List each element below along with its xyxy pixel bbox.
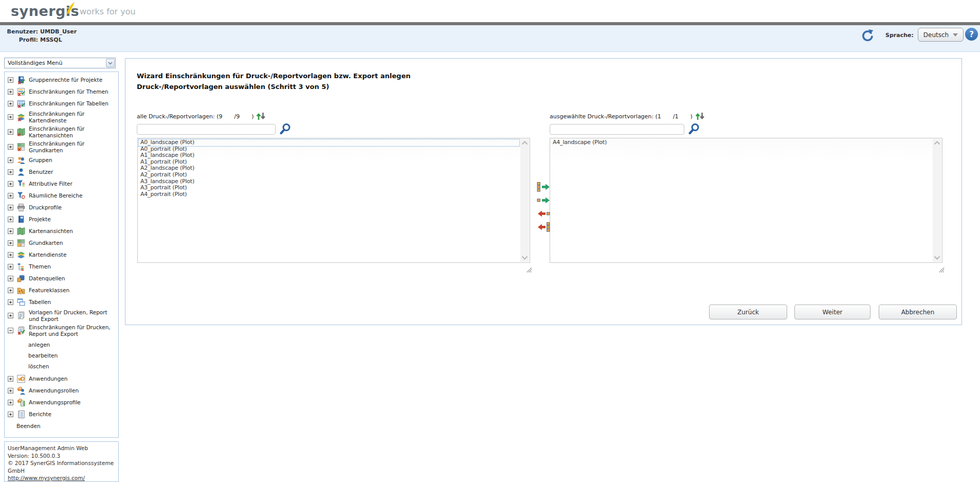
footer-link[interactable]: http://www.mysynergis.com/	[8, 475, 85, 481]
help-icon[interactable]: ?	[965, 28, 978, 41]
language-select[interactable]: Deutsch	[918, 28, 964, 42]
sidebar-item-tabellen[interactable]: +Tabellen	[8, 297, 117, 307]
profile-value: MSSQL	[40, 37, 62, 43]
sidebar-item-beenden[interactable]: Beenden	[8, 421, 117, 431]
list-item[interactable]: A1_landscape (Plot)	[139, 152, 519, 159]
sidebar-item-kartendienste[interactable]: +Kartendienste	[8, 250, 117, 260]
sidebar-subitem-anlegen[interactable]: anlegen	[28, 342, 118, 348]
sidebar-item-anwendungsprofile[interactable]: +wAnwendungsprofile	[8, 398, 117, 407]
collapse-icon[interactable]: −	[8, 328, 13, 333]
move-all-right-button[interactable]	[536, 182, 551, 192]
list-item[interactable]: A0_portrait (Plot)	[139, 146, 519, 153]
sidebar-item-einschr-nkungen-f-r-kartendienste[interactable]: +Einschränkungen für Kartendienste	[8, 111, 117, 123]
list-item[interactable]: A4_landscape (Plot)	[551, 139, 932, 146]
expand-icon[interactable]: +	[8, 217, 13, 222]
expand-icon[interactable]: +	[8, 205, 13, 210]
sidebar-item-label: Einschränkungen für Kartendienste	[29, 111, 117, 123]
app-header: synergis works for you	[0, 0, 980, 22]
sidebar-item-einschr-nkungen-f-r-drucken-report-und-export[interactable]: −Einschränkungen für Drucken, Report und…	[8, 324, 117, 337]
menu-mode-select[interactable]: Vollständiges Menü	[4, 58, 116, 68]
sidebar-item-benutzer[interactable]: +Benutzer	[8, 167, 117, 177]
list-item[interactable]: A3_portrait (Plot)	[139, 185, 519, 191]
sidebar-subitem-l-schen[interactable]: löschen	[28, 363, 118, 369]
list-item[interactable]: A1_portrait (Plot)	[139, 159, 519, 166]
expand-icon[interactable]: +	[8, 129, 13, 135]
sidebar-item-featureklassen[interactable]: +Featureklassen	[8, 285, 117, 295]
expand-icon[interactable]: +	[8, 252, 13, 258]
sidebar-item-datenquellen[interactable]: +Datenquellen	[8, 274, 117, 283]
next-button[interactable]: Weiter	[794, 305, 870, 319]
expand-icon[interactable]: +	[8, 288, 13, 293]
resize-grip-icon[interactable]	[525, 265, 532, 272]
list-item[interactable]: A3_landscape (Plot)	[139, 178, 519, 185]
expand-icon[interactable]: +	[8, 169, 13, 175]
sidebar-item-einschr-nkungen-f-r-themen[interactable]: +Einschränkungen für Themen	[8, 87, 117, 97]
expand-icon[interactable]: +	[8, 228, 13, 234]
all-templates-listbox[interactable]: A0_landscape (Plot)A0_portrait (Plot)A1_…	[137, 138, 530, 263]
expand-icon[interactable]: +	[8, 276, 13, 281]
expand-icon[interactable]: +	[8, 77, 13, 83]
sidebar-subitem-bearbeiten[interactable]: bearbeiten	[28, 352, 118, 359]
expand-icon[interactable]: +	[8, 144, 13, 150]
sidebar-item-label: Einschränkungen für Drucken, Report und …	[29, 324, 117, 337]
list-item[interactable]: A2_portrait (Plot)	[139, 172, 519, 178]
sidebar-item-label: Gruppen	[29, 157, 52, 164]
expand-icon[interactable]: +	[8, 299, 13, 305]
sidebar-item-druckprofile[interactable]: +Druckprofile	[8, 203, 117, 212]
expand-icon[interactable]: +	[8, 193, 13, 199]
sidebar-item-themen[interactable]: +Themen	[8, 262, 117, 272]
sidebar-item-projekte[interactable]: +Projekte	[8, 215, 117, 224]
sidebar-item-einschr-nkungen-f-r-grundkarten[interactable]: +Einschränkungen für Grundkarten	[8, 140, 117, 153]
all-templates-count-total: 9	[236, 113, 251, 120]
sort-icon[interactable]	[256, 112, 266, 120]
move-all-left-button[interactable]	[536, 222, 551, 233]
move-selected-left-button[interactable]	[536, 209, 551, 219]
list-item[interactable]: A4_portrait (Plot)	[139, 191, 519, 198]
refresh-icon[interactable]	[861, 28, 875, 43]
featureclasses-icon	[16, 286, 26, 295]
list-item[interactable]: A2_landscape (Plot)	[139, 165, 519, 172]
sidebar-item-r-umliche-bereiche[interactable]: +Räumliche Bereiche	[8, 191, 117, 201]
sidebar-item-gruppenrechte-f-r-projekte[interactable]: +Gruppenrechte für Projekte	[8, 75, 117, 85]
sidebar-item-kartenansichten[interactable]: +Kartenansichten	[8, 226, 117, 236]
resize-grip-icon[interactable]	[938, 265, 945, 272]
scrollbar[interactable]	[933, 139, 941, 262]
expand-icon[interactable]: +	[8, 376, 13, 382]
sidebar-item-label: Berichte	[29, 411, 51, 418]
sidebar-item-vorlagen-f-r-drucken-report-und-export[interactable]: +Vorlagen für Drucken, Report und Export	[8, 309, 117, 322]
chevron-down-icon[interactable]	[106, 59, 115, 67]
scrollbar[interactable]	[520, 139, 529, 262]
sidebar-item-anwendungsrollen[interactable]: +wAnwendungsrollen	[8, 386, 117, 396]
sidebar-item-einschr-nkungen-f-r-tabellen[interactable]: +Einschränkungen für Tabellen	[8, 99, 117, 109]
selected-templates-listbox[interactable]: A4_landscape (Plot)	[550, 138, 942, 263]
sidebar-item-einschr-nkungen-f-r-kartenansichten[interactable]: +Einschränkungen für Kartenansichten	[8, 126, 117, 138]
expand-icon[interactable]: +	[8, 114, 13, 120]
sidebar-item-anwendungen[interactable]: +wAnwendungen	[8, 374, 117, 384]
expand-icon[interactable]: +	[8, 388, 13, 394]
expand-icon[interactable]: +	[8, 264, 13, 270]
expand-icon[interactable]: +	[8, 313, 13, 318]
expand-icon[interactable]: +	[8, 181, 13, 187]
sidebar-item-attributive-filter[interactable]: +Attributive Filter	[8, 179, 117, 189]
back-button[interactable]: Zurück	[709, 305, 787, 319]
sidebar-item-berichte[interactable]: +Berichte	[8, 409, 117, 419]
search-input[interactable]	[550, 124, 684, 135]
cancel-button[interactable]: Abbrechen	[879, 305, 957, 319]
move-selected-right-button[interactable]	[536, 195, 551, 206]
mapservices-icon	[16, 251, 26, 260]
sidebar-item-grundkarten[interactable]: +Grundkarten	[8, 238, 117, 248]
search-input[interactable]	[137, 124, 276, 135]
expand-icon[interactable]: +	[8, 157, 13, 163]
expand-icon[interactable]: +	[8, 400, 13, 405]
sidebar-item-label: Einschränkungen für Grundkarten	[29, 140, 117, 153]
expand-icon[interactable]: +	[8, 101, 13, 106]
expand-icon[interactable]: +	[8, 412, 13, 417]
expand-icon[interactable]: +	[8, 89, 13, 95]
search-icon[interactable]	[687, 122, 700, 137]
list-item[interactable]: A0_landscape (Plot)	[139, 139, 519, 146]
search-icon[interactable]	[279, 122, 292, 137]
expand-icon[interactable]: +	[8, 240, 13, 246]
sidebar-item-gruppen[interactable]: +Gruppen	[8, 155, 117, 165]
projects-rights-icon	[16, 76, 26, 85]
sort-icon[interactable]	[695, 112, 705, 120]
